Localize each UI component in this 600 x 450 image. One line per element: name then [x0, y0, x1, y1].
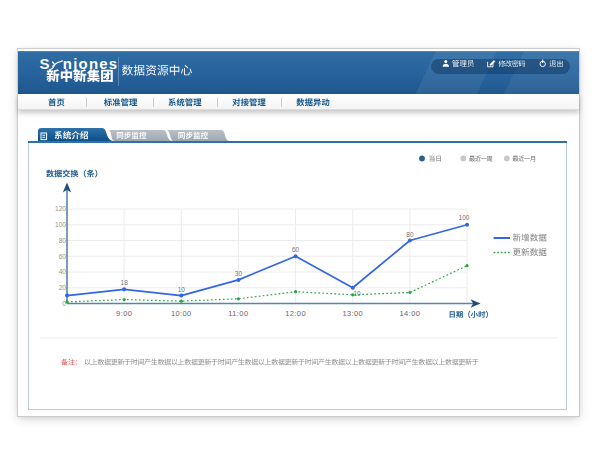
svg-text:0: 0: [62, 300, 66, 307]
svg-text:60: 60: [292, 246, 300, 253]
svg-text:100: 100: [459, 214, 470, 221]
svg-text:30: 30: [235, 270, 243, 277]
svg-text:80: 80: [59, 237, 67, 244]
svg-text:10: 10: [353, 290, 361, 297]
svg-text:14:00: 14:00: [400, 309, 421, 318]
svg-text:10: 10: [178, 286, 186, 293]
svg-text:80: 80: [406, 231, 414, 238]
svg-text:120: 120: [55, 205, 66, 212]
svg-text:12:00: 12:00: [285, 309, 306, 318]
svg-text:11:00: 11:00: [228, 309, 248, 318]
svg-text:60: 60: [59, 253, 67, 260]
svg-text:20: 20: [59, 284, 67, 291]
svg-text:9:00: 9:00: [116, 309, 132, 318]
svg-text:10:00: 10:00: [171, 309, 192, 318]
svg-text:100: 100: [55, 221, 66, 228]
svg-text:13:00: 13:00: [342, 309, 363, 318]
svg-text:40: 40: [59, 268, 67, 275]
svg-text:18: 18: [121, 279, 129, 286]
